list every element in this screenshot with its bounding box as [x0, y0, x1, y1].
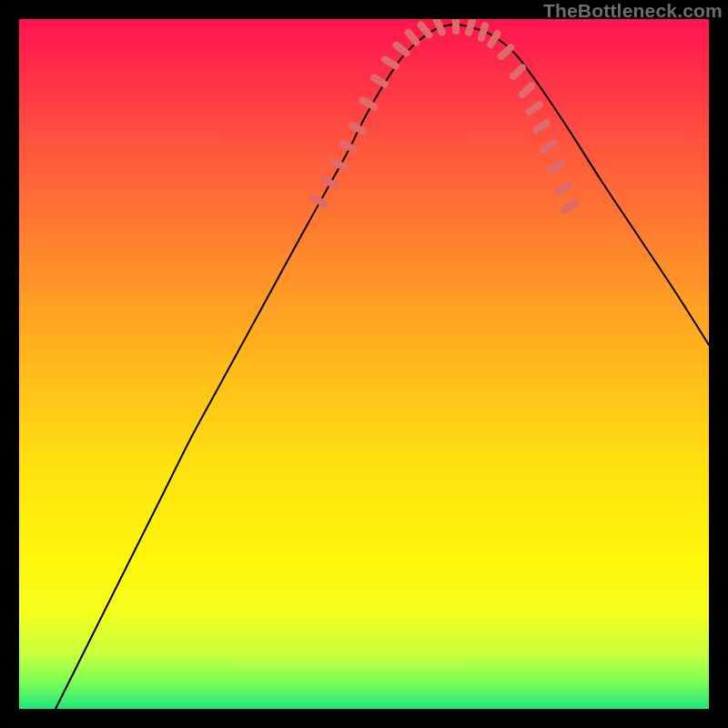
data-marker	[416, 20, 434, 40]
data-markers	[308, 19, 580, 215]
data-marker	[524, 99, 545, 116]
data-marker	[452, 19, 460, 35]
data-marker	[477, 21, 490, 42]
data-marker	[486, 29, 502, 50]
bottleneck-curve	[56, 25, 709, 709]
curve-svg	[19, 19, 709, 709]
data-marker	[432, 19, 447, 37]
data-marker	[531, 117, 552, 135]
watermark-text: TheBottleneck.com	[543, 0, 723, 22]
data-marker	[319, 175, 340, 191]
chart-frame	[15, 15, 713, 713]
data-marker	[539, 137, 560, 155]
data-marker	[329, 157, 349, 172]
data-marker	[546, 157, 567, 175]
plot-area	[19, 19, 709, 709]
data-marker	[517, 81, 537, 100]
data-marker	[553, 180, 574, 197]
data-marker	[308, 193, 329, 209]
data-marker	[508, 63, 528, 82]
data-marker	[403, 27, 421, 47]
data-marker	[560, 198, 581, 216]
